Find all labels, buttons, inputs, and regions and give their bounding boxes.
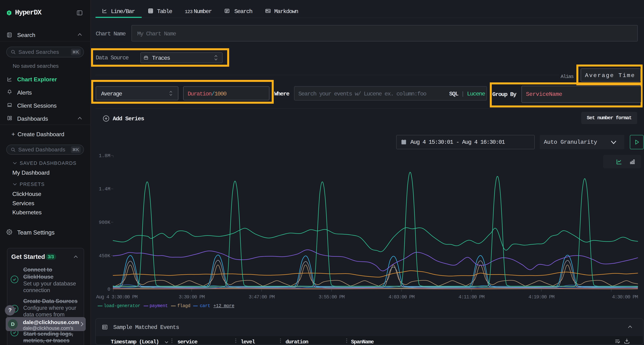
svg-text:3:47:00 PM: 3:47:00 PM bbox=[249, 294, 275, 300]
svg-text:4:30:00 PM: 4:30:00 PM bbox=[612, 294, 638, 300]
svg-text:1.8M: 1.8M bbox=[99, 153, 110, 159]
svg-text:4:19:00 PM: 4:19:00 PM bbox=[528, 294, 554, 300]
svg-text:1.4M: 1.4M bbox=[99, 186, 110, 192]
svg-text:3:55:00 PM: 3:55:00 PM bbox=[318, 294, 345, 300]
svg-text:4:11:00 PM: 4:11:00 PM bbox=[458, 294, 484, 300]
svg-text:450K: 450K bbox=[99, 253, 110, 259]
svg-text:3:39:00 PM: 3:39:00 PM bbox=[179, 294, 205, 300]
svg-text:0: 0 bbox=[108, 287, 110, 292]
svg-text:Aug 4 3:30:00 PM: Aug 4 3:30:00 PM bbox=[96, 294, 138, 300]
svg-text:4:03:00 PM: 4:03:00 PM bbox=[388, 294, 415, 300]
svg-text:900K: 900K bbox=[99, 220, 110, 225]
